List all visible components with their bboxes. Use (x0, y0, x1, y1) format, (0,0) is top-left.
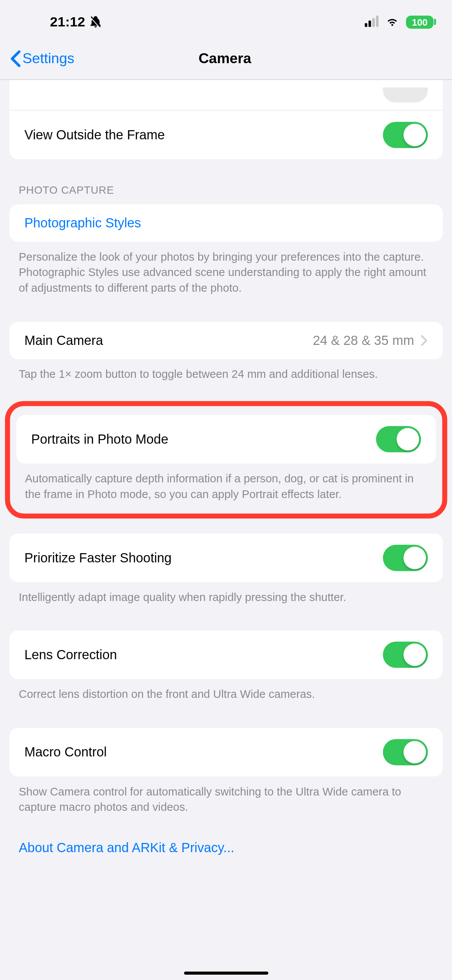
highlight-annotation: Portraits in Photo Mode Automatically ca… (5, 401, 447, 518)
lens-toggle[interactable] (383, 642, 428, 668)
main-camera-footer: Tap the 1× zoom button to toggle between… (0, 359, 452, 382)
photographic-styles-row[interactable]: Photographic Styles (9, 204, 443, 242)
lens-label: Lens Correction (24, 647, 117, 662)
lens-footer: Correct lens distortion on the front and… (0, 679, 452, 702)
portraits-footer: Automatically capture depth information … (10, 464, 442, 503)
portraits-photo-mode-row[interactable]: Portraits in Photo Mode (16, 415, 436, 463)
battery-indicator: 100 (406, 15, 434, 28)
navigation-bar: Settings Camera (0, 38, 452, 80)
back-button[interactable]: Settings (10, 50, 74, 67)
privacy-link[interactable]: About Camera and ARKit & Privacy... (0, 815, 452, 868)
view-outside-frame-row[interactable]: View Outside the Frame (9, 111, 443, 159)
view-outside-frame-toggle[interactable] (383, 122, 428, 148)
partial-setting-row[interactable] (9, 80, 443, 111)
photo-capture-header: PHOTO CAPTURE (0, 184, 452, 204)
view-outside-frame-label: View Outside the Frame (24, 127, 165, 142)
portraits-toggle[interactable] (376, 426, 421, 452)
prioritize-faster-row[interactable]: Prioritize Faster Shooting (9, 534, 443, 582)
prioritize-label: Prioritize Faster Shooting (24, 550, 172, 565)
silent-icon (89, 15, 103, 29)
toggle-partial[interactable] (383, 87, 428, 102)
photographic-styles-footer: Personalize the look of your photos by b… (0, 242, 452, 297)
chevron-right-icon (420, 335, 428, 346)
status-bar: 21:12 100 (0, 0, 452, 38)
lens-correction-row[interactable]: Lens Correction (9, 630, 443, 679)
macro-footer: Show Camera control for automatically sw… (0, 776, 452, 815)
macro-toggle[interactable] (383, 739, 428, 765)
prioritize-footer: Intelligently adapt image quality when r… (0, 582, 452, 606)
page-title: Camera (10, 50, 440, 67)
portraits-label: Portraits in Photo Mode (31, 431, 168, 446)
chevron-left-icon (10, 50, 21, 67)
wifi-icon (385, 15, 400, 29)
status-time: 21:12 (50, 14, 85, 30)
photographic-styles-label: Photographic Styles (24, 216, 141, 230)
cellular-signal-icon (365, 17, 379, 27)
macro-control-row[interactable]: Macro Control (9, 727, 443, 776)
main-camera-label: Main Camera (24, 333, 103, 348)
macro-label: Macro Control (24, 745, 107, 760)
prioritize-toggle[interactable] (383, 545, 428, 571)
main-camera-value: 24 & 28 & 35 mm (313, 333, 414, 348)
back-label: Settings (23, 50, 75, 67)
home-indicator[interactable] (184, 972, 268, 975)
main-camera-row[interactable]: Main Camera 24 & 28 & 35 mm (9, 322, 443, 359)
